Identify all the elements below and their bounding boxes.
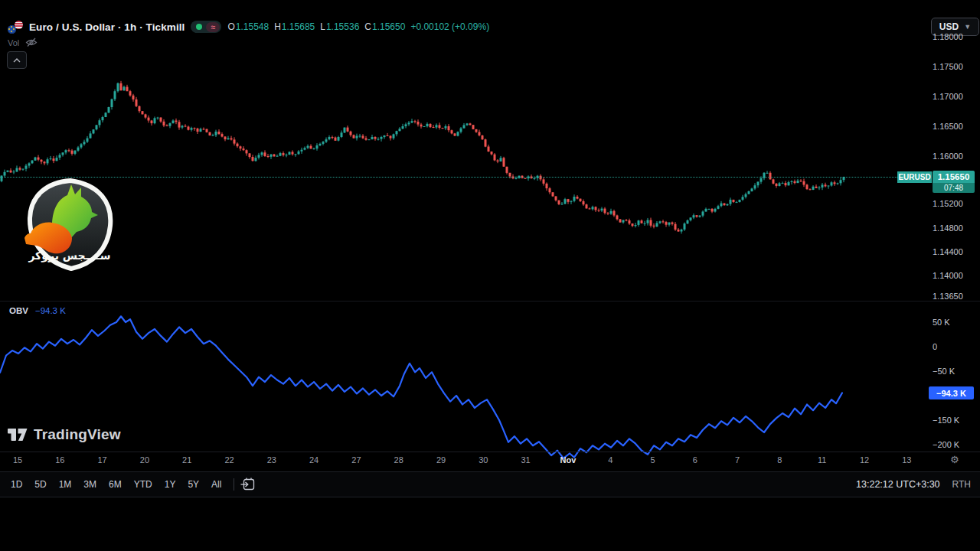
range-button-1d[interactable]: 1D [5,476,28,493]
time-label: 27 [351,455,361,465]
low-value: 1.15536 [326,21,359,32]
range-button-all[interactable]: All [205,476,227,493]
chevron-up-icon [13,58,21,63]
eye-off-icon[interactable] [25,37,38,47]
last-price-label: 1.15650 07:48 [933,171,975,193]
range-button-1y[interactable]: 1Y [158,476,182,493]
time-label: 20 [140,455,149,465]
time-label: 28 [394,455,403,465]
axis-settings-gear-icon[interactable]: ⚙ [950,454,959,465]
symbol-pair-flags-icon [8,21,23,34]
time-label: 30 [479,455,488,465]
range-button-5y[interactable]: 5Y [181,476,205,493]
obv-tick: 0 [933,342,937,351]
range-button-6m[interactable]: 6M [103,476,128,493]
time-label: 24 [309,455,318,465]
currency-value: USD [939,21,959,32]
time-label: 4 [608,455,612,465]
time-label: Nov [560,455,577,465]
time-label: 22 [224,455,234,465]
price-tick: 1.13650 [933,292,963,301]
range-button-5d[interactable]: 5D [28,476,52,493]
ohlc-values: O1.15548 H1.15685 L1.15536 C1.15650 +0.0… [227,21,489,32]
open-value: 1.15548 [236,21,269,32]
price-tick: 1.18000 [933,32,963,41]
volume-label: Vol [8,38,19,47]
delayed-data-icon: ≈ [206,22,220,32]
obv-tick: 50 K [933,318,950,327]
obv-indicator-label[interactable]: OBV [9,306,28,315]
session-button[interactable]: RTH [952,479,971,490]
collapse-pane-button[interactable] [7,51,27,69]
time-label: 7 [735,455,740,465]
toolbar-divider [234,478,234,491]
obv-line-chart[interactable] [0,316,842,458]
time-label: 29 [436,455,446,465]
low-label: L [320,21,325,32]
time-label: 6 [693,455,697,465]
broker-caption: ســــجس بروكر [28,249,112,262]
market-status-pill[interactable]: ≈ [191,21,221,33]
price-tick: 1.15200 [933,199,963,208]
last-price-value: 1.15650 [933,171,975,183]
high-value: 1.15685 [282,21,315,32]
close-value: 1.15650 [372,21,405,32]
range-button-ytd[interactable]: YTD [128,476,158,493]
tradingview-brand-text: TradingView [34,426,121,443]
clock-timezone-button[interactable]: 13:22:12 UTC+3:30 [856,479,939,490]
open-label: O [227,21,234,32]
time-label: 8 [777,455,782,465]
range-button-3m[interactable]: 3M [77,476,103,493]
price-tick: 1.16000 [933,152,963,161]
symbol-title[interactable]: Euro / U.S. Dollar · 1h · Tickmill [29,21,185,33]
time-label: 23 [267,455,276,465]
time-label: 15 [13,455,22,465]
time-label: 21 [182,455,191,465]
market-open-dot-icon [196,24,202,30]
chart-canvas[interactable] [0,0,980,551]
time-label: 31 [521,455,530,465]
obv-tick: −150 K [933,416,959,425]
price-tick: 1.14800 [933,223,963,233]
bar-countdown: 07:48 [933,183,975,193]
date-range-buttons: 1D5D1M3M6MYTD1Y5YAll [5,476,227,493]
time-label: 5 [650,455,655,465]
obv-tick: −200 K [933,440,959,449]
time-axis-separator [0,452,980,452]
price-tick: 1.16500 [933,122,963,131]
price-tick: 1.14400 [933,247,963,256]
time-label: 12 [860,455,869,465]
tradingview-watermark: TradingView [8,426,121,443]
go-to-date-icon[interactable] [240,478,256,491]
obv-indicator-value: −94.3 K [35,306,66,315]
candlestick-chart[interactable] [1,81,845,234]
price-tick: 1.17000 [933,92,963,101]
time-label: 13 [902,455,911,465]
bottom-toolbar: 1D5D1M3M6MYTD1Y5YAll 13:22:12 UTC+3:30 R… [0,471,980,497]
price-tick: 1.17500 [933,62,963,71]
time-label: 11 [818,455,826,465]
obv-tick: −50 K [933,367,955,376]
chevron-down-icon: ▼ [964,23,971,31]
current-price-line [0,177,928,178]
tradingview-logo-icon [8,426,28,443]
symbol-price-flag: EURUSD [897,171,932,183]
close-label: C [364,21,371,32]
time-label: 16 [55,455,64,465]
range-button-1m[interactable]: 1M [53,476,78,493]
price-tick: 1.14000 [933,271,963,280]
pane-separator[interactable] [0,301,980,302]
tradingview-app: Euro / U.S. Dollar · 1h · Tickmill ≈ O1.… [0,0,980,551]
high-label: H [274,21,281,32]
change-value: +0.00102 (+0.09%) [410,21,489,32]
time-label: 17 [97,455,106,465]
obv-value-label: −94.3 K [929,386,974,399]
